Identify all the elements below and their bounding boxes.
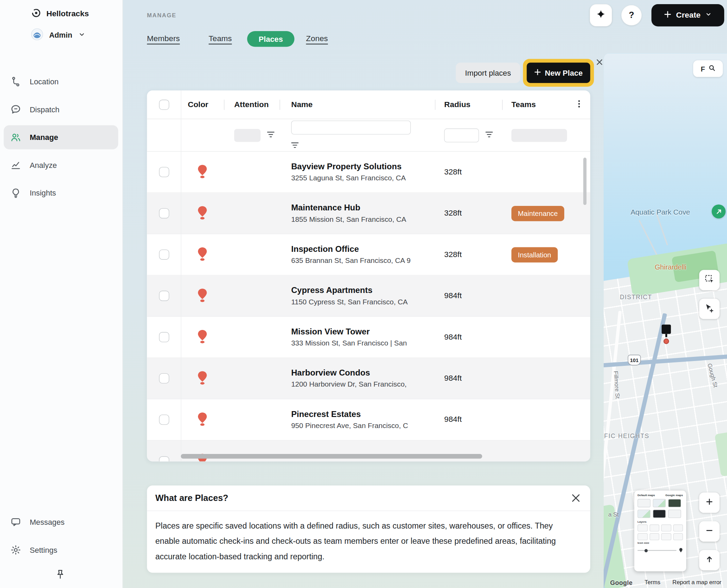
table-row[interactable]: Pinecrest Estates950 Pinecrest Ave, San … <box>147 399 590 440</box>
pin-sidebar-icon[interactable] <box>55 569 66 582</box>
sidebar-item-label: Location <box>30 77 59 86</box>
tab-members[interactable]: Members <box>147 34 180 44</box>
place-address: 1150 Cypress St, San Francisco, CA <box>291 298 408 306</box>
add-place-cursor-button[interactable] <box>699 298 719 319</box>
map-search-button[interactable]: F <box>693 60 723 77</box>
sidebar-item-location[interactable]: Location <box>4 69 118 94</box>
select-all-checkbox[interactable] <box>159 99 169 110</box>
row-checkbox[interactable] <box>159 415 169 425</box>
row-color-cell <box>181 193 224 234</box>
map-style-thumb[interactable] <box>668 510 681 518</box>
table-row[interactable]: Mission View Tower333 Mission St, San Fr… <box>147 317 590 358</box>
table-row[interactable]: Bayview Property Solutions3255 Laguna St… <box>147 152 590 193</box>
account-switcher[interactable]: Admin <box>31 28 85 42</box>
column-header-attention[interactable]: Attention <box>224 91 280 119</box>
teams-filter-input[interactable] <box>511 129 567 142</box>
vertical-scrollbar[interactable] <box>583 158 586 205</box>
map-style-thumb[interactable] <box>653 499 666 507</box>
brand[interactable]: Hellotracks <box>31 8 89 20</box>
sidebar-item-messages[interactable]: Messages <box>4 510 118 534</box>
table-row[interactable]: Harborview Condos1200 Harborview Dr, San… <box>147 358 590 399</box>
sidebar-item-settings[interactable]: Settings <box>4 538 118 562</box>
row-checkbox[interactable] <box>159 456 169 461</box>
close-icon[interactable] <box>571 493 581 503</box>
place-name: Inspection Office <box>291 244 359 254</box>
row-checkbox[interactable] <box>159 332 169 342</box>
sidebar-item-manage[interactable]: Manage <box>4 125 118 149</box>
filter-icon[interactable] <box>291 142 299 150</box>
row-checkbox[interactable] <box>159 373 169 384</box>
layer-tile[interactable] <box>673 524 683 531</box>
icon-size-slider[interactable] <box>638 550 677 551</box>
layer-tile[interactable] <box>638 524 648 531</box>
tab-zones[interactable]: Zones <box>306 34 328 44</box>
row-checkbox[interactable] <box>159 167 169 177</box>
row-checkbox[interactable] <box>159 291 169 301</box>
map[interactable]: Aquatic Park Cove Ghirardelli DISTRICT I… <box>604 53 727 588</box>
sidebar-item-label: Settings <box>30 546 57 554</box>
map-style-thumb[interactable] <box>653 510 666 518</box>
marquee-select-button[interactable] <box>699 270 719 290</box>
layer-tile[interactable] <box>638 533 648 540</box>
recenter-button[interactable] <box>699 550 719 570</box>
column-header-radius[interactable]: Radius <box>435 91 502 119</box>
row-checkbox[interactable] <box>159 208 169 219</box>
highlight-close-icon[interactable] <box>596 59 604 66</box>
place-name: Mission View Tower <box>291 327 370 336</box>
zoom-out-button[interactable] <box>699 521 719 542</box>
map-panel-google-label[interactable]: Google maps <box>665 494 683 497</box>
horizontal-scrollbar[interactable] <box>181 454 482 458</box>
row-checkbox[interactable] <box>159 249 169 260</box>
table-row[interactable]: Cypress Apartments1150 Cypress St, San F… <box>147 275 590 316</box>
map-style-thumb[interactable] <box>668 499 681 507</box>
import-places-button[interactable]: Import places <box>456 63 520 83</box>
map-style-thumb[interactable] <box>638 510 651 518</box>
selected-place-marker-stem <box>665 334 667 337</box>
map-panel-default-label[interactable]: Default maps <box>638 494 655 497</box>
new-place-button[interactable]: New Place <box>527 63 590 83</box>
layer-tile[interactable] <box>661 524 671 531</box>
report-map-error-link[interactable]: Report a map error <box>672 579 721 586</box>
column-header-color[interactable]: Color <box>181 91 224 119</box>
place-pin-icon <box>196 246 209 263</box>
tab-places[interactable]: Places <box>247 31 294 47</box>
table-row[interactable]: Maintenance Hub1855 Mission St, San Fran… <box>147 193 590 234</box>
place-pin-marker[interactable] <box>663 339 669 344</box>
help-button[interactable]: ? <box>621 5 642 26</box>
tab-teams[interactable]: Teams <box>209 34 232 44</box>
layer-tile[interactable] <box>673 533 683 540</box>
filter-icon[interactable] <box>267 131 274 139</box>
table-menu-button[interactable] <box>573 91 590 119</box>
radius-filter-input[interactable] <box>444 128 479 142</box>
attention-filter-input[interactable] <box>234 129 261 142</box>
create-button[interactable]: Create <box>651 4 724 26</box>
cursor-plus-icon <box>704 303 715 315</box>
team-badge: Installation <box>511 247 558 262</box>
map-settings-panel[interactable]: Default maps Google maps Layers Icon siz… <box>634 491 686 571</box>
table-header-row: Color Attention Name Radius Teams <box>147 91 590 119</box>
place-pin-icon <box>196 329 209 345</box>
sidebar-item-analyze[interactable]: Analyze <box>4 153 118 177</box>
filter-icon[interactable] <box>485 131 493 140</box>
row-color-cell <box>181 275 224 316</box>
selected-place-marker[interactable] <box>662 325 671 334</box>
column-header-teams[interactable]: Teams <box>502 91 573 119</box>
navigation-button[interactable] <box>712 205 726 218</box>
places-table: Color Attention Name Radius Teams <box>147 91 590 462</box>
terms-link[interactable]: Terms <box>645 579 661 586</box>
layer-tile[interactable] <box>649 524 659 531</box>
map-style-thumb[interactable] <box>638 499 651 507</box>
zoom-in-button[interactable] <box>699 492 719 513</box>
table-row[interactable]: Inspection Office635 Brannan St, San Fra… <box>147 234 590 275</box>
layer-tile[interactable] <box>649 533 659 540</box>
place-address: 950 Pinecrest Ave, San Francisco, C <box>291 421 408 430</box>
sidebar-item-dispatch[interactable]: Dispatch <box>4 97 118 122</box>
gear-icon <box>10 544 21 556</box>
name-filter-input[interactable] <box>291 120 411 134</box>
ai-assistant-button[interactable] <box>590 4 612 26</box>
dispatch-icon <box>10 104 21 115</box>
column-header-name[interactable]: Name <box>280 91 435 119</box>
marquee-select-icon <box>704 274 715 286</box>
layer-tile[interactable] <box>661 533 671 540</box>
sidebar-item-insights[interactable]: Insights <box>4 181 118 205</box>
